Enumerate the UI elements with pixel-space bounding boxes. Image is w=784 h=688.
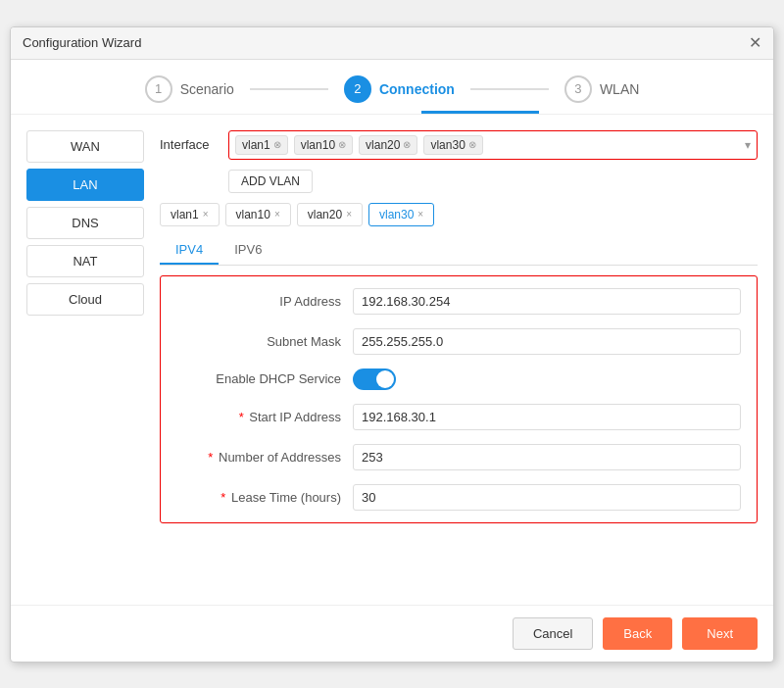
- configuration-wizard-window: Configuration Wizard ✕ 1 Scenario 2 Conn…: [10, 26, 774, 663]
- step-1: 1 Scenario: [145, 75, 234, 103]
- step-1-circle: 1: [145, 75, 172, 103]
- tag-close-vlan1[interactable]: ⊗: [273, 139, 281, 150]
- sidebar-item-nat[interactable]: NAT: [26, 245, 144, 277]
- step-1-label: Scenario: [180, 81, 234, 97]
- ip-tabs: IPV4 IPV6: [160, 236, 758, 266]
- vlan-tab-vlan1[interactable]: vlan1 ×: [160, 203, 220, 226]
- toggle-knob: [376, 370, 394, 388]
- required-star-2: *: [208, 450, 213, 465]
- step-3-label: WLAN: [600, 81, 639, 97]
- title-bar: Configuration Wizard ✕: [11, 27, 773, 60]
- num-addresses-label: * Number of Addresses: [176, 450, 353, 465]
- next-button[interactable]: Next: [682, 617, 758, 650]
- subnet-mask-label: Subnet Mask: [176, 334, 353, 349]
- close-button[interactable]: ✕: [749, 35, 761, 51]
- interface-tag-vlan10: vlan10 ⊗: [294, 135, 353, 155]
- sidebar-item-dns[interactable]: DNS: [26, 207, 144, 239]
- interface-label: Interface: [160, 137, 219, 152]
- lease-time-label: * Lease Time (hours): [176, 490, 353, 505]
- form-row-subnet-mask: Subnet Mask: [176, 328, 741, 355]
- subnet-mask-input[interactable]: [353, 328, 741, 355]
- active-tab-underline: [421, 111, 539, 114]
- back-button[interactable]: Back: [603, 617, 672, 650]
- vlan-tab-vlan20[interactable]: vlan20 ×: [297, 203, 363, 226]
- interface-tag-vlan1: vlan1 ⊗: [235, 135, 288, 155]
- form-row-start-ip: * Start IP Address: [176, 404, 741, 430]
- step-connector-1: [250, 88, 328, 90]
- sidebar: WAN LAN DNS NAT Cloud: [26, 130, 144, 589]
- cancel-button[interactable]: Cancel: [513, 617, 593, 650]
- tag-close-vlan10[interactable]: ⊗: [338, 139, 346, 150]
- dhcp-label: Enable DHCP Service: [176, 371, 353, 386]
- sidebar-item-wan[interactable]: WAN: [26, 130, 144, 163]
- vlan-tab-close-vlan1[interactable]: ×: [203, 209, 209, 220]
- tab-ipv6[interactable]: IPV6: [219, 236, 277, 265]
- dhcp-toggle[interactable]: [353, 369, 396, 390]
- step-3-circle: 3: [564, 75, 592, 103]
- sidebar-item-lan[interactable]: LAN: [26, 169, 144, 201]
- start-ip-label: * Start IP Address: [176, 410, 353, 424]
- vlan-tab-close-vlan10[interactable]: ×: [274, 209, 280, 220]
- add-vlan-button[interactable]: ADD VLAN: [228, 170, 313, 193]
- start-ip-input[interactable]: [353, 404, 741, 430]
- vlan-tabs: vlan1 × vlan10 × vlan20 × vlan30 ×: [160, 203, 758, 226]
- tag-close-vlan30[interactable]: ⊗: [468, 139, 476, 150]
- required-star: *: [239, 410, 244, 424]
- chevron-down-icon: ▾: [745, 138, 751, 152]
- num-addresses-input[interactable]: [353, 444, 741, 470]
- content-area: WAN LAN DNS NAT Cloud Interface vlan1 ⊗: [11, 115, 773, 605]
- window-title: Configuration Wizard: [23, 35, 141, 50]
- form-box: IP Address Subnet Mask Enable DHCP Servi…: [160, 275, 758, 523]
- step-3: 3 WLAN: [564, 75, 639, 103]
- active-tab-line: [11, 111, 773, 114]
- interface-tag-vlan30: vlan30 ⊗: [423, 135, 482, 155]
- vlan-tab-close-vlan30[interactable]: ×: [417, 209, 423, 220]
- interface-select[interactable]: vlan1 ⊗ vlan10 ⊗ vlan20 ⊗ vlan30: [228, 130, 758, 160]
- interface-tags: vlan1 ⊗ vlan10 ⊗ vlan20 ⊗ vlan30: [235, 135, 483, 155]
- form-row-lease-time: * Lease Time (hours): [176, 484, 741, 511]
- required-star-3: *: [220, 490, 225, 505]
- tag-close-vlan20[interactable]: ⊗: [403, 139, 411, 150]
- form-row-ip-address: IP Address: [176, 288, 741, 315]
- ip-address-label: IP Address: [176, 294, 353, 309]
- footer: Cancel Back Next: [11, 605, 773, 662]
- step-connector-2: [470, 88, 549, 90]
- add-vlan-button-row: ADD VLAN: [160, 170, 758, 193]
- tab-ipv4[interactable]: IPV4: [160, 236, 219, 265]
- ip-address-input[interactable]: [353, 288, 741, 315]
- step-2-circle: 2: [344, 75, 371, 103]
- step-2-label: Connection: [379, 81, 455, 97]
- vlan-tab-vlan30[interactable]: vlan30 ×: [368, 203, 434, 226]
- interface-tag-vlan20: vlan20 ⊗: [359, 135, 417, 155]
- interface-row: Interface vlan1 ⊗ vlan10 ⊗ vlan20: [160, 130, 758, 160]
- main-panel: Interface vlan1 ⊗ vlan10 ⊗ vlan20: [160, 130, 758, 589]
- vlan-tab-close-vlan20[interactable]: ×: [346, 209, 352, 220]
- form-row-num-addresses: * Number of Addresses: [176, 444, 741, 470]
- step-2: 2 Connection: [344, 75, 455, 103]
- form-row-dhcp: Enable DHCP Service: [176, 369, 741, 390]
- wizard-steps-wrapper: 1 Scenario 2 Connection 3 WLAN: [11, 60, 773, 115]
- lease-time-input[interactable]: [353, 484, 741, 511]
- sidebar-item-cloud[interactable]: Cloud: [26, 283, 144, 316]
- vlan-tab-vlan10[interactable]: vlan10 ×: [225, 203, 291, 226]
- wizard-steps: 1 Scenario 2 Connection 3 WLAN: [11, 60, 773, 103]
